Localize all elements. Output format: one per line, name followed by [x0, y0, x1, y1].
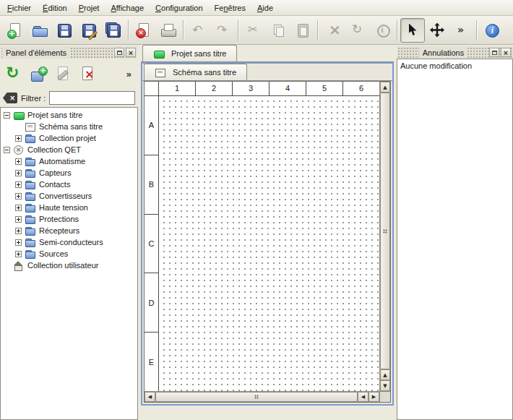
overflow-icon	[453, 22, 470, 39]
save-as-button[interactable]	[77, 18, 101, 43]
expand-icon[interactable]	[15, 228, 22, 234]
cut-button[interactable]	[241, 18, 266, 43]
undo-dock-titlebar[interactable]: Annulations	[397, 46, 512, 59]
menu-configuration[interactable]: Configuration	[150, 0, 208, 15]
new-document-button[interactable]	[3, 18, 27, 43]
paste-button[interactable]	[290, 18, 315, 43]
menu-projet[interactable]: Projet	[73, 0, 105, 15]
menu-fichier[interactable]: Fichier	[1, 0, 37, 15]
close-file-button[interactable]	[132, 18, 156, 43]
about-button[interactable]	[480, 18, 504, 43]
tree-item-semi-conducteurs[interactable]: Semi-conducteurs	[1, 236, 137, 248]
refresh-icon	[5, 65, 22, 82]
panel-toolbar-overflow-button[interactable]: »	[122, 69, 136, 80]
redo-button[interactable]	[211, 18, 236, 43]
home-icon	[13, 261, 25, 270]
element-info-button[interactable]	[370, 18, 395, 43]
filter-input[interactable]	[49, 91, 135, 105]
expand-icon[interactable]	[15, 193, 22, 200]
diagram-canvas[interactable]	[159, 96, 379, 391]
tree-item-schema-sans-titre[interactable]: Schéma sans titre	[1, 121, 137, 132]
tree-item-contacts[interactable]: Contacts	[1, 179, 137, 190]
clear-filter-icon[interactable]	[3, 93, 17, 103]
tree-item-capteurs[interactable]: Capteurs	[1, 167, 137, 179]
undo-dock-float-button[interactable]	[489, 48, 499, 57]
tree-item-haute-tension[interactable]: Haute tension	[1, 202, 137, 213]
expand-icon[interactable]	[15, 170, 22, 176]
expand-icon[interactable]	[15, 216, 22, 223]
scroll-right-button[interactable]	[368, 392, 379, 402]
project-icon	[13, 111, 25, 120]
paste-icon	[294, 22, 311, 39]
qet-icon	[13, 145, 25, 155]
edit-element-button[interactable]	[51, 62, 74, 85]
open-project-button[interactable]	[27, 18, 52, 43]
save-button[interactable]	[52, 18, 77, 43]
collapse-icon[interactable]	[4, 147, 10, 153]
tree-item-label: Collection utilisateur	[27, 261, 101, 270]
expand-icon[interactable]	[15, 251, 22, 257]
tree-item-label: Projet sans titre	[27, 111, 85, 119]
vertical-scrollbar[interactable]	[379, 82, 390, 391]
tree-item-projet-sans-titre[interactable]: Projet sans titre	[1, 109, 137, 121]
project-window: Schéma sans titre 123456 ABCDE	[141, 62, 394, 406]
menu-affichage[interactable]: Affichage	[105, 0, 150, 15]
expand-icon[interactable]	[15, 158, 22, 165]
undo-history-list[interactable]: Aucune modification	[397, 59, 513, 420]
tree-item-collection-qet[interactable]: Collection QET	[1, 144, 137, 155]
expand-icon[interactable]	[15, 205, 22, 211]
new-element-button[interactable]	[27, 62, 50, 85]
copy-button[interactable]	[266, 18, 290, 43]
filter-row: Filtrer :	[0, 89, 138, 107]
menu-aide[interactable]: Aide	[251, 0, 279, 15]
save-all-button[interactable]	[101, 18, 126, 43]
close-icon	[504, 48, 508, 57]
expand-icon[interactable]	[15, 181, 22, 188]
tree-item-recepteurs[interactable]: Récepteurs	[1, 225, 137, 236]
expand-icon[interactable]	[15, 135, 22, 142]
folder-icon	[25, 203, 36, 213]
expand-icon[interactable]	[15, 239, 22, 246]
undo-button[interactable]	[186, 18, 211, 43]
rotate-button[interactable]	[345, 18, 370, 43]
tree-item-convertisseurs[interactable]: Convertisseurs	[1, 190, 137, 202]
toolbar-overflow-button[interactable]	[449, 18, 474, 43]
horizontal-scrollbar[interactable]	[145, 391, 379, 402]
tree-item-protections[interactable]: Protections	[1, 213, 137, 225]
tree-item-collection-projet[interactable]: Collection projet	[1, 132, 137, 144]
tree-item-collection-utilisateur[interactable]: Collection utilisateur	[1, 260, 137, 271]
diagram-view[interactable]: 123456 ABCDE	[144, 81, 391, 403]
undo-dock: Annulations Aucune modification	[397, 45, 513, 420]
scroll-left-button-secondary[interactable]	[358, 392, 368, 402]
scroll-up-button[interactable]	[380, 82, 390, 93]
tree-item-sources[interactable]: Sources	[1, 248, 137, 260]
menu-edition[interactable]: Édition	[37, 0, 73, 15]
tree-item-label: Récepteurs	[39, 226, 82, 235]
elem-info-icon	[374, 22, 391, 39]
toolbar-separator	[476, 20, 478, 40]
print-button[interactable]	[156, 18, 181, 43]
delete-button[interactable]	[321, 18, 345, 43]
floppy-stack-icon	[105, 22, 117, 34]
select-mode-button[interactable]	[400, 18, 425, 43]
application-window: FichierÉditionProjetAffichageConfigurati…	[0, 0, 513, 420]
scroll-down-button[interactable]	[380, 380, 390, 391]
scroll-left-button[interactable]	[145, 392, 155, 402]
scroll-up-button-secondary[interactable]	[380, 369, 390, 380]
folder-icon	[25, 180, 36, 189]
vertical-scroll-thumb[interactable]	[380, 93, 390, 369]
cursor-icon	[404, 22, 421, 39]
project-tab[interactable]: Projet sans titre	[142, 45, 237, 61]
horizontal-scroll-thumb[interactable]	[155, 392, 358, 402]
elements-panel-titlebar[interactable]: Panel d'éléments	[1, 46, 137, 59]
delete-element-button[interactable]	[76, 62, 99, 85]
diagram-tab[interactable]: Schéma sans titre	[144, 64, 247, 80]
tree-item-automatisme[interactable]: Automatisme	[1, 155, 137, 167]
pan-mode-button[interactable]	[425, 18, 449, 43]
menu-fenetres[interactable]: Fenêtres	[209, 0, 251, 15]
reload-collections-button[interactable]	[2, 62, 25, 85]
elements-panel-float-button[interactable]	[114, 48, 124, 57]
collapse-icon[interactable]	[4, 112, 10, 119]
elements-panel-close-button[interactable]	[126, 48, 136, 57]
undo-dock-close-button[interactable]	[501, 48, 511, 57]
